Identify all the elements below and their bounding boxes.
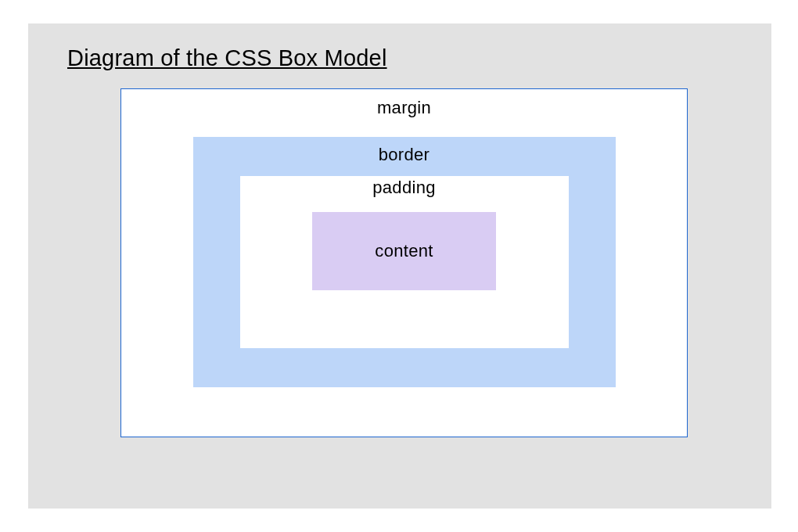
content-label: content [375, 241, 433, 261]
border-layer: border padding content [193, 137, 616, 387]
diagram-title: Diagram of the CSS Box Model [67, 45, 732, 71]
diagram-panel: Diagram of the CSS Box Model margin bord… [28, 23, 771, 509]
box-model-diagram: margin border padding content [120, 88, 732, 437]
content-layer: content [312, 212, 496, 290]
padding-label: padding [240, 178, 569, 198]
margin-label: margin [121, 98, 687, 118]
border-label: border [193, 145, 616, 165]
padding-layer: padding content [240, 176, 569, 348]
margin-layer: margin border padding content [120, 88, 688, 437]
